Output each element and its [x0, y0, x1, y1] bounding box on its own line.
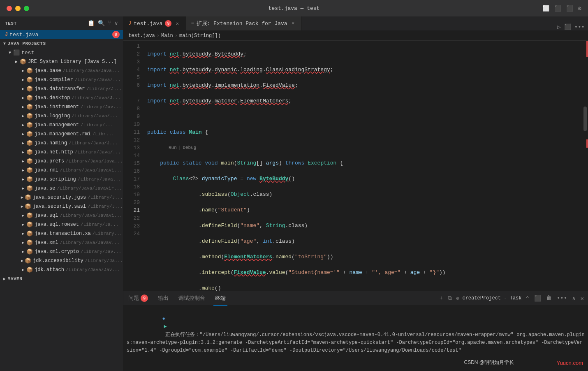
- terminal-nav-prev-icon[interactable]: ⌃: [525, 294, 530, 303]
- pkg-java-instrument[interactable]: ▶ 📦 java.instrument /Library/Jav...: [0, 102, 123, 111]
- pkg-java-logging[interactable]: ▶ 📦 java.logging /Library/Java/...: [0, 111, 123, 121]
- split-terminal-icon[interactable]: ⧉: [447, 294, 453, 302]
- code-line-7: public static void main(String[] args) t…: [146, 159, 582, 167]
- terminal-content[interactable]: ● ▶ 正在执行任务："/Users/liuwangyang/.cursor/e…: [123, 306, 588, 371]
- code-line-3: import net.bytebuddy.implementation.Fixe…: [146, 81, 582, 89]
- panel-close-icon[interactable]: ✕: [580, 294, 585, 303]
- pkg-java-rmi[interactable]: ▶ 📦 java.rmi /Library/Java/JavaVi...: [0, 166, 123, 175]
- terminal-gear-icon[interactable]: ⚙: [456, 295, 459, 301]
- terminal-split-icon[interactable]: ⬛: [533, 294, 542, 303]
- pkg-label14: java.se: [35, 186, 55, 191]
- source-control-icon[interactable]: ⑂: [108, 20, 111, 27]
- code-line-15: .make(): [146, 284, 582, 291]
- terminal-trash-icon[interactable]: 🗑: [545, 294, 553, 302]
- more-panel-icon[interactable]: •••: [556, 294, 568, 302]
- minimize-button[interactable]: [15, 6, 21, 11]
- pkg-java-xml[interactable]: ▶ 📦 java.xml /Library/Java/JavaV...: [0, 238, 123, 247]
- panel-tab-terminal[interactable]: 终端: [213, 291, 227, 306]
- pkg-java-scripting[interactable]: ▶ 📦 java.scripting /Library/Java...: [0, 175, 123, 184]
- title-bar: test.java — test ⬜ ⬛ ⬛ ⚙: [0, 0, 588, 16]
- pkg-icon8: 📦: [26, 131, 33, 137]
- pkg-path15: /Library/J...: [88, 195, 123, 200]
- pkg-label15: java.security.jgss: [33, 195, 86, 200]
- settings-icon[interactable]: ⚙: [578, 5, 581, 12]
- tab-test-java[interactable]: J test.java 9 ✕: [123, 16, 186, 30]
- java-project-test[interactable]: ▼ ⬛ test: [0, 48, 123, 57]
- layout-icon[interactable]: ⬛: [566, 5, 573, 12]
- pkg-java-naming[interactable]: ▶ 📦 java.naming /Library/Java/J...: [0, 139, 123, 148]
- pkg-icon7: 📦: [26, 122, 33, 128]
- maximize-button[interactable]: [24, 6, 29, 11]
- pkg-path12: /Library/Java/JavaVi...: [60, 168, 123, 173]
- split-editor-icon[interactable]: ⬛: [564, 23, 571, 30]
- tab-close-button[interactable]: ✕: [174, 20, 181, 27]
- pkg-java-desktop[interactable]: ▶ 📦 java.desktop /Library/Java/J...: [0, 93, 123, 102]
- pkg-expand-icon10: ▶: [20, 150, 26, 155]
- panel-layout-icon[interactable]: ⬜: [542, 5, 549, 12]
- close-button[interactable]: [7, 6, 12, 11]
- title-bar-icons: ⬜ ⬛ ⬛ ⚙: [542, 5, 581, 12]
- pkg-java-datatransfer[interactable]: ▶ 📦 java.datatransfer /Library/J...: [0, 84, 123, 93]
- code-content[interactable]: import net.bytebuddy.ByteBuddy; import n…: [144, 41, 582, 291]
- pkg-icon22: 📦: [25, 257, 31, 264]
- pkg-expand-icon18: ▶: [20, 222, 26, 227]
- pkg-icon6: 📦: [26, 113, 33, 119]
- code-editor[interactable]: 1 2 3 4 5 6 7 8 9 10 11 12 13 14 15 16: [123, 41, 588, 291]
- pkg-java-security-sasl[interactable]: ▶ 📦 java.security.sasl /Library/J...: [0, 202, 123, 211]
- collapse-icon[interactable]: ∨: [115, 20, 118, 27]
- pkg-expand-icon16: ▶: [20, 204, 25, 209]
- split-icon[interactable]: ⬛: [554, 5, 561, 12]
- pkg-expand-icon5: ▶: [20, 104, 26, 109]
- breadcrumb-method[interactable]: main(String[]): [179, 33, 221, 39]
- terminal-task-badge: ▶: [164, 324, 167, 329]
- panel-tab-problems[interactable]: 问题 9: [127, 291, 150, 306]
- panel-tab-problems-label: 问题: [128, 294, 139, 302]
- search-icon[interactable]: 🔍: [98, 20, 105, 27]
- tab-close-ext-button[interactable]: ✕: [290, 20, 296, 27]
- pkg-java-transaction-xa[interactable]: ▶ 📦 java.transaction.xa /Library...: [0, 229, 123, 238]
- code-line-2: import net.bytebuddy.dynamic.loading.Cla…: [146, 66, 582, 74]
- panel-tabs: 问题 9 输出 调试控制台 终端 + ⧉ ⚙: [123, 291, 588, 306]
- panel-tab-debug[interactable]: 调试控制台: [177, 291, 207, 306]
- tab-ext-pack[interactable]: ≡ 扩展: Extension Pack for Java ✕: [186, 16, 301, 30]
- pkg-icon13: 📦: [26, 176, 33, 183]
- pkg-java-sql-rowset[interactable]: ▶ 📦 java.sql.rowset /Library/Ja...: [0, 220, 123, 229]
- scrollbar-thumb-element: [583, 107, 587, 131]
- pkg-java-base[interactable]: ▶ 📦 java.base /Library/Java/Java...: [0, 66, 123, 75]
- pkg-java-xml-crypto[interactable]: ▶ 📦 java.xml.crypto /Library/Jav...: [0, 247, 123, 256]
- run-icon[interactable]: ▷: [557, 23, 560, 30]
- pkg-java-management-rmi[interactable]: ▶ 📦 java.management.rmi /Libr...: [0, 130, 123, 139]
- add-terminal-icon[interactable]: +: [439, 294, 444, 302]
- pkg-java-management[interactable]: ▶ 📦 java.management /Library/...: [0, 121, 123, 130]
- pkg-icon3: 📦: [26, 86, 33, 92]
- pkg-java-net-http[interactable]: ▶ 📦 java.net.http /Library/Java/...: [0, 148, 123, 157]
- breadcrumb-class[interactable]: Main: [161, 33, 173, 39]
- jre-label: JRE System Library [Java S...]: [28, 59, 117, 65]
- breadcrumb-file[interactable]: test.java: [128, 33, 155, 39]
- maven-section[interactable]: ▶ MAVEN: [0, 274, 123, 283]
- editor-scrollbar[interactable]: [582, 41, 588, 291]
- pkg-label8: java.management.rmi: [35, 131, 91, 137]
- pkg-java-security-jgss[interactable]: ▶ 📦 java.security.jgss /Library/J...: [0, 193, 123, 202]
- pkg-java-sql[interactable]: ▶ 📦 java.sql /Library/Java/JavaVi...: [0, 211, 123, 220]
- java-projects-section[interactable]: ▼ JAVA PROJECTS: [0, 39, 123, 48]
- pkg-jdk-attach[interactable]: ▶ 📦 jdk.attach /Library/Java/Jav...: [0, 265, 123, 274]
- pkg-java-se[interactable]: ▶ 📦 java.se /Library/Java/JavaVir...: [0, 184, 123, 193]
- pkg-icon5: 📦: [26, 104, 33, 110]
- pkg-java-compiler[interactable]: ▶ 📦 java.compiler /Library/Java/...: [0, 75, 123, 84]
- jre-item[interactable]: ▶ 📦 JRE System Library [Java S...]: [0, 57, 123, 66]
- pkg-expand-icon12: ▶: [20, 168, 26, 173]
- new-file-icon[interactable]: 📋: [88, 20, 95, 27]
- pkg-java-prefs[interactable]: ▶ 📦 java.prefs /Library/Java/Java...: [0, 157, 123, 166]
- pkg-label12: java.rmi: [35, 167, 58, 173]
- pkg-expand-icon9: ▶: [20, 141, 26, 146]
- pkg-jdk-accessibility[interactable]: ▶ 📦 jdk.accessibility /Library/Ja...: [0, 256, 123, 265]
- expand-arrow-icon: ▼: [7, 51, 13, 55]
- panel-tab-output[interactable]: 输出: [156, 291, 170, 306]
- more-actions-icon[interactable]: •••: [574, 24, 585, 30]
- panel-up-icon[interactable]: ∧: [571, 294, 576, 303]
- pkg-label3: java.datatransfer: [35, 86, 85, 92]
- file-item-test-java[interactable]: J test.java 9: [0, 30, 123, 39]
- pkg-label9: java.naming: [35, 140, 67, 146]
- pkg-label17: java.sql: [35, 213, 58, 218]
